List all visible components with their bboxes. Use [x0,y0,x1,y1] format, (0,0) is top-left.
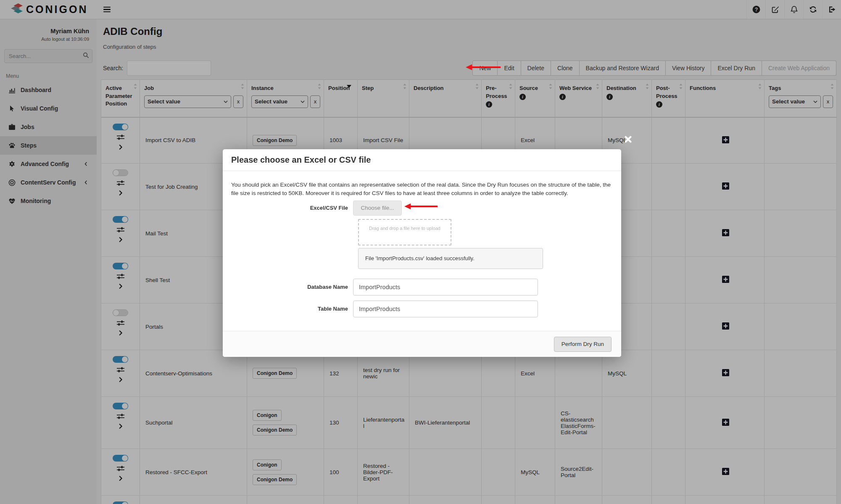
table-name-input[interactable] [353,301,538,317]
choose-file-button[interactable]: Choose file... [353,201,402,216]
file-dropzone[interactable]: Drag and drop a file here to upload [358,219,451,245]
excel-csv-modal: Please choose an Excel or CSV file You s… [223,149,621,357]
file-field-label: Excel/CSV File [231,205,353,211]
close-icon[interactable] [625,136,632,143]
dropzone-text: Drag and drop a file here to upload [369,226,440,231]
modal-title: Please choose an Excel or CSV file [231,155,371,165]
perform-dry-run-button[interactable]: Perform Dry Run [554,337,612,352]
database-name-input[interactable] [353,279,538,296]
database-name-label: Database Name [231,284,353,290]
upload-status-message: File 'ImportProducts.csv' loaded success… [358,248,543,269]
table-name-label: Table Name [231,306,353,312]
modal-description: You should pick an Excel/CSV file that c… [231,181,613,198]
